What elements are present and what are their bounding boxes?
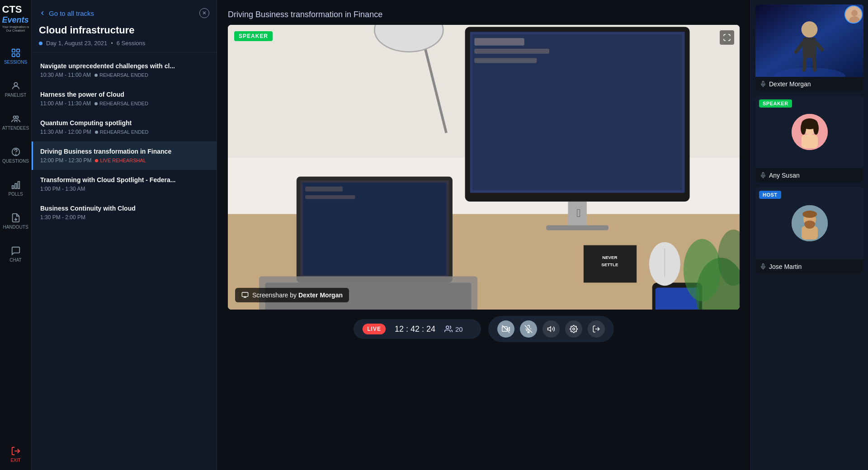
svg-rect-1 [16, 49, 19, 52]
session-item[interactable]: Harness the power of Cloud 11:00 AM - 11… [32, 85, 217, 113]
svg-rect-23 [474, 58, 537, 63]
go-back-button[interactable]: Go to all tracks [39, 9, 94, 17]
logo-cts: CTS [2, 4, 22, 15]
sidebar-item-chat[interactable]: CHAT [0, 243, 31, 265]
session-name: Transforming with Cloud Spotlight - Fede… [40, 176, 209, 183]
session-name: Quantum Computing spotlight [40, 119, 209, 127]
participant-name-row-susan: Any Susan [755, 168, 863, 183]
logo-text: CTS Events [2, 5, 29, 24]
main-content: Driving Business transformation in Finan… [217, 0, 750, 470]
svg-point-57 [802, 21, 818, 38]
status-label-live: LIVE REHEARSHAL [100, 158, 146, 163]
participant-name-dexter: Dexter Morgan [769, 80, 811, 88]
polls-label: POLLS [8, 192, 23, 197]
session-meta: 11:30 AM - 12:00 PM REHEARSAL ENDED [40, 129, 209, 135]
svg-rect-10 [15, 183, 17, 188]
svg-point-74 [802, 211, 817, 218]
svg-rect-21 [474, 38, 524, 46]
svg-point-4 [14, 82, 17, 85]
volume-button[interactable] [542, 320, 560, 338]
audio-toggle-button[interactable] [520, 320, 537, 338]
sessions-list: Navigate unprecedented challenges with c… [32, 52, 217, 470]
svg-rect-30 [305, 187, 343, 192]
logo-events: Events [2, 15, 29, 24]
session-time: 11:00 AM - 11:30 AM [40, 100, 91, 107]
session-title-main: Driving Business transformation in Finan… [228, 10, 740, 19]
status-label: REHEARSAL ENDED [100, 129, 149, 135]
exit-label: EXIT [10, 458, 20, 463]
sidebar-item-polls[interactable]: POLLS [0, 177, 31, 199]
session-time: 1:00 PM - 1:30 AM [40, 186, 85, 192]
session-meta: 1:00 PM - 1:30 AM [40, 186, 209, 192]
svg-point-40 [684, 239, 721, 301]
speaker-badge-susan: SPEAKER [759, 99, 792, 108]
svg-point-68 [801, 122, 806, 135]
session-item[interactable]: Transforming with Cloud Spotlight - Fede… [32, 170, 217, 198]
settings-button[interactable] [565, 320, 582, 338]
session-name: Business Continuity with Cloud [40, 205, 209, 212]
close-button[interactable]: ✕ [199, 8, 209, 18]
logo-tagline: Your Imagination is Our Creation! [2, 25, 29, 33]
svg-text:SETTLE: SETTLE [601, 262, 618, 267]
avatar-susan [792, 114, 828, 150]
svg-point-53 [572, 328, 575, 330]
status-dot [95, 131, 98, 134]
chat-label: CHAT [9, 258, 21, 263]
panelist-label: PANELIST [5, 93, 27, 98]
svg-rect-20 [472, 34, 682, 190]
svg-rect-3 [16, 54, 19, 56]
sidebar-item-exit[interactable]: EXIT [0, 443, 31, 465]
track-dot [39, 42, 42, 45]
session-status: REHEARSAL ENDED [94, 72, 148, 78]
go-back-label: Go to all tracks [49, 9, 94, 17]
status-label: REHEARSAL ENDED [99, 72, 148, 78]
avatar-jose [792, 205, 828, 241]
leave-button[interactable] [588, 320, 605, 338]
svg-point-46 [446, 326, 449, 329]
video-container: SPEAKER [228, 25, 740, 310]
handouts-label: HANDOUTS [3, 225, 28, 230]
close-icon: ✕ [202, 10, 207, 16]
session-status: REHEARSAL ENDED [94, 101, 148, 106]
session-item[interactable]: Business Continuity with Cloud 1:30 PM -… [32, 198, 217, 227]
svg-point-69 [813, 122, 819, 135]
session-item-active[interactable]: Driving Business transformation in Finan… [32, 141, 217, 170]
sidebar-item-panelist[interactable]: PANELIST [0, 78, 31, 100]
sidebar-item-handouts[interactable]: HANDOUTS [0, 210, 31, 232]
session-status: REHEARSAL ENDED [95, 129, 149, 135]
svg-point-76 [805, 223, 814, 229]
video-toggle-button[interactable] [497, 320, 514, 338]
svg-rect-44 [242, 292, 248, 296]
screenshare-text: Screenshare by Dexter Morgan [252, 291, 343, 299]
attendees-label: ATTENDEES [2, 126, 29, 131]
status-label: REHEARSAL ENDED [99, 101, 148, 106]
track-title: Cloud infrastructure [39, 24, 209, 36]
status-dot [94, 102, 98, 105]
session-time: 10:30 AM - 11:00 AM [40, 72, 91, 78]
participant-name-susan: Any Susan [769, 172, 800, 179]
participant-card-susan: SPEAKER Any Susan [755, 96, 863, 183]
video-feed:  NEVER [228, 25, 740, 310]
sidebar-item-sessions[interactable]: SESSIONS [0, 45, 31, 67]
fullscreen-button[interactable] [720, 30, 734, 45]
participant-name-row-jose: Jose Martin [755, 259, 863, 274]
sessions-header: Go to all tracks ✕ Cloud infrastructure … [32, 0, 217, 52]
video-area: SPEAKER [217, 25, 750, 470]
svg-rect-11 [18, 181, 19, 188]
separator: • [111, 40, 113, 47]
session-item[interactable]: Navigate unprecedented challenges with c… [32, 56, 217, 85]
participant-card-jose: HOST Jose [755, 187, 863, 274]
session-time: 1:30 PM - 2:00 PM [40, 214, 85, 221]
user-avatar[interactable] [844, 5, 863, 24]
session-meta: 1:30 PM - 2:00 PM [40, 214, 209, 221]
content-header: Driving Business transformation in Finan… [217, 0, 750, 25]
sidebar-item-attendees[interactable]: ATTENDEES [0, 111, 31, 133]
session-item[interactable]: Quantum Computing spotlight 11:30 AM - 1… [32, 113, 217, 141]
track-day: Day 1, August 23, 2021 [46, 40, 107, 47]
track-meta: Day 1, August 23, 2021 • 6 Sessions [39, 40, 209, 47]
sidebar: CTS Events Your Imagination is Our Creat… [0, 0, 32, 470]
screenshare-person: Dexter Morgan [298, 291, 343, 299]
speaker-badge: SPEAKER [234, 31, 273, 41]
user-avatar-container[interactable] [844, 5, 863, 24]
sidebar-item-questions[interactable]: QUESTIONS [0, 144, 31, 166]
